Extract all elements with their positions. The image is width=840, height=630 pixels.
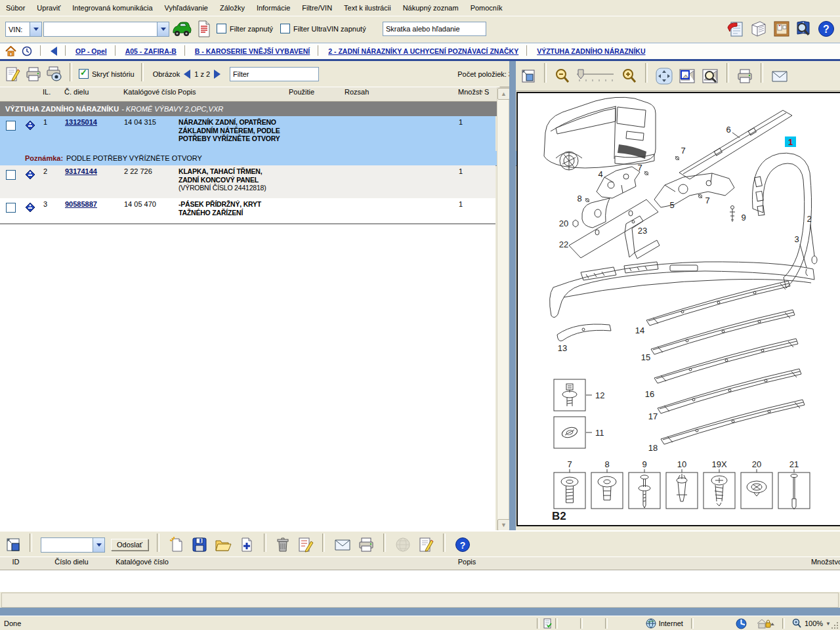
chevron-down-icon[interactable] [93,538,104,552]
vin-type-combo[interactable]: VIN: [5,22,42,37]
table-row[interactable]: 3 90585887 14 05 470 -PÁSEK PŘÍDRŽNÝ, KR… [0,198,495,224]
part-number-link[interactable]: 93174144 [65,167,97,175]
menu-informacie[interactable]: Informácie [251,1,296,15]
annotate-icon[interactable] [4,66,21,83]
header-quantity[interactable]: Množstvo [761,556,840,570]
vin-document-icon[interactable] [195,19,212,39]
menu-integrovana-komunikacia[interactable]: Integrovaná komunikácia [66,1,158,15]
part-label-8[interactable]: 8 [577,194,581,203]
breadcrumb-subgroup[interactable]: 2 - ZADNÍ NÁRAZNÍKY A UCHYCENÍ POZNÁVACÍ… [328,47,518,55]
history-clock-icon[interactable] [22,46,32,56]
zoom-region-icon[interactable] [701,67,719,85]
checkbox-checked[interactable] [79,69,89,79]
print-preview-icon[interactable] [46,66,63,83]
fastener-label-21[interactable]: 21 [789,459,799,469]
part-label-15[interactable]: 15 [641,352,650,362]
filter-on-checkbox[interactable]: Filter zapnutý [217,24,273,33]
home-security-icon[interactable] [756,618,776,629]
bulletin-board-icon[interactable] [772,19,791,39]
breadcrumb-current[interactable]: VÝZTUHA ZADNÍHO NÁRAZNÍKU [537,47,645,55]
zoom-out-icon[interactable] [554,68,571,85]
checkbox[interactable] [280,24,290,33]
list-selector-combo[interactable] [41,537,105,553]
part-label-23[interactable]: 23 [638,226,647,236]
fastener-label-7[interactable]: 7 [567,459,572,469]
help-icon[interactable]: ? [454,536,471,553]
part-label-18[interactable]: 18 [648,443,658,453]
edit-list-icon[interactable] [297,536,314,553]
ultravin-checkbox[interactable]: Filter UltraVIN zapnutý [280,24,366,33]
part-label-11[interactable]: 11 [595,428,604,438]
part-label-17[interactable]: 17 [648,411,658,421]
print-list-icon[interactable] [358,536,375,553]
part-label-9[interactable]: 9 [741,213,746,222]
pan-icon[interactable] [655,67,673,85]
new-list-icon[interactable] [168,536,185,553]
panel-splitter[interactable] [509,61,516,530]
menu-nakupny-zoznam[interactable]: Nákupný zoznam [397,1,465,15]
filter-input[interactable] [230,67,319,81]
list-scrollbar[interactable]: ▲ ▼ [497,87,509,532]
print-image-icon[interactable] [736,68,753,85]
header-range[interactable]: Rozsah [343,87,461,102]
vehicle-icon[interactable] [171,19,192,39]
part-label-13[interactable]: 13 [558,343,567,353]
zoom-level-icon[interactable] [791,618,802,629]
email-image-icon[interactable] [770,68,789,84]
notes-icon[interactable] [417,536,434,553]
part-label-6[interactable]: 6 [726,125,730,135]
header-description[interactable]: Popis [176,87,291,102]
part-label-16[interactable]: 16 [645,389,654,399]
illustration-panel[interactable]: 6 7 4 7 8 5 7 20 23 22 9 2 3 13 14 15 16… [516,92,840,526]
part-label-7[interactable]: 7 [681,146,685,156]
fastener-label-9[interactable]: 9 [642,459,646,469]
part-label-20[interactable]: 20 [559,219,568,228]
restore-panel-icon[interactable] [5,537,21,553]
horizontal-scroll-strip[interactable] [1,593,839,608]
tag-icon[interactable] [25,120,35,131]
help-icon[interactable]: ? [816,19,836,39]
menu-pomocnik[interactable]: Pomocník [465,1,509,15]
select-region-icon[interactable] [678,67,696,85]
part-label-7[interactable]: 7 [637,163,642,173]
row-checkbox[interactable] [6,121,16,131]
next-image-icon[interactable] [214,70,220,79]
part-label-14[interactable]: 14 [635,326,644,335]
fastener-label-10[interactable]: 10 [677,459,686,469]
row-checkbox[interactable] [6,170,16,180]
tag-icon[interactable] [25,202,35,213]
fastener-label-8[interactable]: 8 [604,459,609,469]
zoom-in-icon[interactable] [621,68,638,85]
part-label-3[interactable]: 3 [794,234,799,244]
header-part-number[interactable]: Číslo dielu [28,556,116,570]
part-label-22[interactable]: 22 [559,240,568,249]
menu-text-k-ilustracii[interactable]: Text k ilustrácii [338,1,397,15]
zoom-level-label[interactable]: 100% [802,620,826,627]
breadcrumb-make[interactable]: OP - Opel [75,47,107,55]
fastener-label-20[interactable]: 20 [752,459,761,469]
menu-upravit[interactable]: Upraviť [31,1,66,15]
table-row[interactable]: 2 93174144 2 22 726 KLAPKA, TAHACÍ TŘMEN… [0,165,495,199]
scroll-up-button[interactable]: ▲ [497,88,510,100]
menu-zalozky[interactable]: Záložky [214,1,251,15]
zoom-slider[interactable] [576,68,616,85]
chevron-down-icon[interactable] [157,22,169,36]
mail-icon[interactable] [333,537,352,553]
fastener-label-19x[interactable]: 19X [711,459,726,469]
row-checkbox[interactable] [6,203,16,213]
news-icon[interactable] [749,19,768,39]
open-icon[interactable] [214,536,232,553]
breadcrumb-group[interactable]: B - KAROSERIE VNĚJŠÍ VYBAVENÍ [195,47,310,55]
menu-vyhladavanie[interactable]: Vyhľadávanie [159,1,214,15]
breadcrumb-model[interactable]: A05 - ZAFIRA-B [125,47,177,55]
header-catalog-number[interactable]: Katalógové číslo [121,87,180,102]
chevron-down-icon[interactable] [30,22,41,36]
home-icon[interactable] [5,46,16,56]
tag-icon[interactable] [25,169,35,180]
part-label-5[interactable]: 5 [669,200,674,210]
resize-grip[interactable] [830,620,839,629]
scroll-down-button[interactable]: ▼ [497,519,510,531]
part-label-7[interactable]: 7 [705,196,709,205]
header-part-number[interactable]: Č. dielu [62,87,126,102]
part-label-4[interactable]: 4 [598,169,602,179]
